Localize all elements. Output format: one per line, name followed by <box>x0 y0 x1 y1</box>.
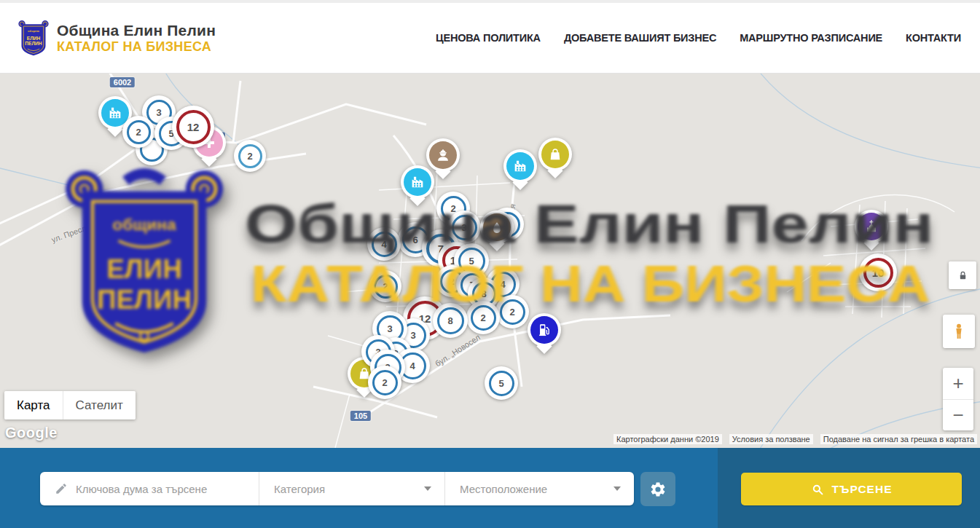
cluster-marker[interactable]: 8 <box>433 303 468 338</box>
church-pin[interactable] <box>855 210 888 252</box>
terms-link[interactable]: Условия за ползване <box>729 434 813 444</box>
cluster-count: 5 <box>489 371 514 396</box>
nav-pricing-policy[interactable]: ЦЕНОВА ПОЛИТИКА <box>436 32 541 44</box>
factory-icon <box>404 168 431 196</box>
category-select[interactable]: Категория <box>259 472 444 505</box>
cluster-marker[interactable]: 2 <box>495 295 529 328</box>
fuel-pin[interactable] <box>528 313 561 355</box>
zoom-out-button[interactable]: − <box>943 400 973 431</box>
cluster-count: 2 <box>471 305 496 331</box>
site-subtitle: КАТАЛОГ НА БИЗНЕСА <box>57 39 216 55</box>
cluster-marker[interactable]: 2 <box>466 301 500 334</box>
search-form: Категория Местоположение <box>40 472 634 505</box>
cluster-count: 8 <box>437 307 464 334</box>
keyword-input[interactable] <box>76 483 243 495</box>
nav-add-your-business[interactable]: ДОБАВЕТЕ ВАШИЯТ БИЗНЕС <box>564 32 716 44</box>
zoom-in-button[interactable]: + <box>943 368 973 400</box>
map-type-satellite-button[interactable]: Сателит <box>63 391 136 419</box>
nav-contacts[interactable]: КОНТАКТИ <box>906 32 961 44</box>
road-badge: 105 <box>350 411 371 421</box>
keyword-field <box>40 472 259 505</box>
search-button[interactable]: ТЪРСЕНЕ <box>741 473 962 505</box>
pegman-button[interactable] <box>943 315 975 348</box>
zoom-control: + − <box>943 368 973 430</box>
gear-icon <box>649 481 667 498</box>
droplet-icon <box>483 213 511 241</box>
site-logo[interactable]: община ЕЛИН ПЕЛИН Община Елин Пелин КАТА… <box>17 17 216 58</box>
chevron-down-icon <box>424 486 431 491</box>
municipality-emblem-icon: община ЕЛИН ПЕЛИН <box>17 17 50 58</box>
map-type-map-button[interactable]: Карта <box>4 391 63 419</box>
search-button-label: ТЪРСЕНЕ <box>832 483 893 496</box>
cluster-count: 2 <box>372 370 398 395</box>
advanced-settings-button[interactable] <box>640 472 675 506</box>
cluster-marker[interactable]: 2 <box>369 270 401 302</box>
cluster-marker[interactable]: 2 <box>234 140 266 172</box>
cluster-count: 10 <box>863 258 893 288</box>
cluster-marker[interactable]: 12 <box>172 106 214 148</box>
cluster-marker[interactable]: 5 <box>485 366 518 400</box>
road-badge: 6002 <box>110 77 135 87</box>
pencil-icon <box>55 482 68 495</box>
site-title: Община Елин Пелин <box>57 22 216 39</box>
search-icon <box>811 483 824 496</box>
cluster-count: 2 <box>500 299 525 325</box>
droplet-pin[interactable] <box>480 210 514 253</box>
cluster-marker[interactable]: 2 <box>122 116 154 148</box>
header: община ЕЛИН ПЕЛИН Община Елин Пелин КАТА… <box>0 0 980 74</box>
main-nav: ЦЕНОВА ПОЛИТИКАДОБАВЕТЕ ВАШИЯТ БИЗНЕСМАР… <box>436 32 961 44</box>
cluster-count: 2 <box>374 275 398 299</box>
shopping-bag-icon <box>541 141 569 168</box>
svg-text:ПЕЛИН: ПЕЛИН <box>25 41 42 46</box>
category-label: Категория <box>274 483 325 495</box>
factory-icon <box>506 152 534 180</box>
cluster-count: 12 <box>176 110 211 144</box>
report-error-link[interactable]: Подаване на сигнал за грешка в картата <box>820 434 977 444</box>
svg-text:община: община <box>28 29 40 33</box>
church-icon <box>858 213 885 240</box>
map-type-control: Карта Сателит <box>4 391 136 419</box>
cluster-count: 2 <box>127 120 151 144</box>
svg-text:ЕЛИН: ЕЛИН <box>27 36 41 41</box>
cluster-marker[interactable]: 10 <box>859 253 897 291</box>
map-attribution: Картографски данни ©2019 Условия за полз… <box>614 434 977 444</box>
cluster-count: 4 <box>372 232 397 257</box>
pegman-icon <box>949 320 968 342</box>
cluster-marker[interactable]: 4 <box>367 227 401 261</box>
map-data-copyright: Картографски данни ©2019 <box>614 434 722 444</box>
location-label: Местоположение <box>460 483 547 495</box>
cluster-count: 2 <box>238 144 262 168</box>
factory-pin[interactable] <box>401 165 434 208</box>
location-select[interactable]: Местоположение <box>444 472 634 505</box>
fuel-icon <box>530 316 558 344</box>
google-logo[interactable]: Google <box>5 425 58 441</box>
map[interactable]: 3251222356471352274822128338343251060021… <box>0 74 980 448</box>
cluster-marker[interactable]: 2 <box>368 366 401 399</box>
search-bar: Категория Местоположение ТЪРСЕНЕ <box>0 448 980 528</box>
lock-button[interactable] <box>949 261 976 289</box>
factory-pin[interactable] <box>503 149 537 192</box>
chevron-down-icon <box>614 486 621 491</box>
nav-route-schedule[interactable]: МАРШРУТНО РАЗПИСАНИЕ <box>740 32 882 44</box>
lock-icon <box>957 269 969 282</box>
shopping-bag-pin[interactable] <box>538 138 572 180</box>
